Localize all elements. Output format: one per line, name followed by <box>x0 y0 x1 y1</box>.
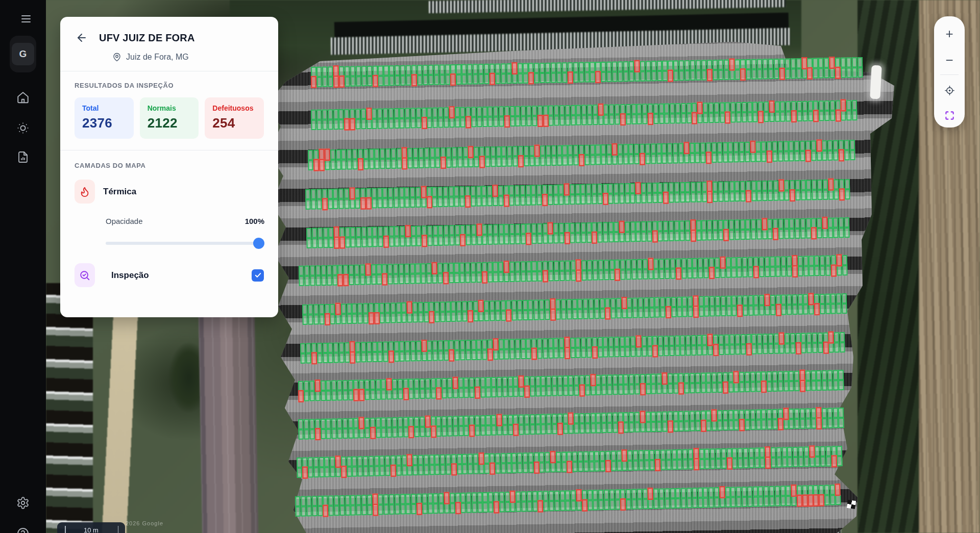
normal-module[interactable] <box>586 194 592 204</box>
normal-module[interactable] <box>701 70 706 80</box>
normal-module[interactable] <box>576 105 581 115</box>
defective-module[interactable] <box>775 304 781 316</box>
normal-module[interactable] <box>768 69 773 79</box>
normal-module[interactable] <box>495 453 500 463</box>
defective-module[interactable] <box>795 342 801 354</box>
normal-module[interactable] <box>852 110 857 120</box>
normal-module[interactable] <box>607 374 612 385</box>
defective-module[interactable] <box>719 486 725 498</box>
normal-module[interactable] <box>781 447 787 457</box>
normal-module[interactable] <box>603 222 608 232</box>
normal-module[interactable] <box>630 221 635 232</box>
normal-module[interactable] <box>394 351 399 362</box>
normal-module[interactable] <box>355 188 360 198</box>
normal-module[interactable] <box>433 503 438 514</box>
normal-module[interactable] <box>815 456 820 467</box>
normal-module[interactable] <box>730 102 736 112</box>
normal-module[interactable] <box>411 504 416 514</box>
normal-module[interactable] <box>383 494 388 504</box>
normal-module[interactable] <box>552 386 557 396</box>
normal-module[interactable] <box>739 382 744 392</box>
defective-module[interactable] <box>808 293 814 305</box>
normal-module[interactable] <box>414 427 420 437</box>
normal-module[interactable] <box>410 351 415 361</box>
normal-module[interactable] <box>701 383 706 393</box>
normal-module[interactable] <box>306 228 311 238</box>
normal-module[interactable] <box>587 500 593 510</box>
normal-module[interactable] <box>491 377 496 387</box>
defective-module[interactable] <box>504 115 510 128</box>
normal-module[interactable] <box>817 218 822 228</box>
normal-module[interactable] <box>607 423 612 433</box>
normal-module[interactable] <box>761 409 766 419</box>
normal-module[interactable] <box>332 428 337 439</box>
normal-module[interactable] <box>595 144 600 155</box>
normal-module[interactable] <box>458 377 463 388</box>
normal-module[interactable] <box>795 218 800 229</box>
normal-module[interactable] <box>323 353 328 363</box>
normal-module[interactable] <box>363 149 369 159</box>
defective-module[interactable] <box>528 72 534 84</box>
normal-module[interactable] <box>673 411 678 421</box>
normal-module[interactable] <box>785 68 790 79</box>
normal-module[interactable] <box>482 224 487 235</box>
normal-module[interactable] <box>728 382 733 392</box>
normal-module[interactable] <box>583 451 589 462</box>
normal-module[interactable] <box>372 109 377 119</box>
normal-module[interactable] <box>540 73 545 83</box>
normal-module[interactable] <box>387 274 393 284</box>
normal-module[interactable] <box>502 377 507 387</box>
normal-module[interactable] <box>829 485 835 495</box>
normal-module[interactable] <box>604 260 609 270</box>
normal-module[interactable] <box>537 271 543 282</box>
normal-module[interactable] <box>667 143 672 154</box>
normal-module[interactable] <box>747 102 752 112</box>
normal-module[interactable] <box>480 425 485 436</box>
normal-module[interactable] <box>499 106 504 116</box>
normal-module[interactable] <box>506 63 511 73</box>
normal-module[interactable] <box>499 349 504 360</box>
normal-module[interactable] <box>398 427 403 438</box>
normal-module[interactable] <box>776 447 781 458</box>
normal-module[interactable] <box>436 426 442 437</box>
normal-module[interactable] <box>364 379 370 390</box>
normal-module[interactable] <box>756 382 761 392</box>
normal-module[interactable] <box>521 106 526 116</box>
normal-module[interactable] <box>589 298 594 309</box>
normal-module[interactable] <box>738 458 743 468</box>
normal-module[interactable] <box>748 295 753 306</box>
normal-module[interactable] <box>501 146 506 157</box>
normal-module[interactable] <box>629 154 634 164</box>
normal-module[interactable] <box>535 386 541 396</box>
normal-module[interactable] <box>603 347 608 358</box>
normal-module[interactable] <box>308 160 313 170</box>
normal-module[interactable] <box>334 495 339 505</box>
normal-module[interactable] <box>533 299 538 310</box>
normal-module[interactable] <box>309 429 314 439</box>
normal-module[interactable] <box>801 180 806 190</box>
normal-module[interactable] <box>735 334 740 344</box>
normal-module[interactable] <box>614 193 619 204</box>
normal-module[interactable] <box>562 72 567 83</box>
defective-module[interactable] <box>694 458 699 470</box>
normal-module[interactable] <box>833 140 838 150</box>
normal-module[interactable] <box>702 231 707 241</box>
normal-module[interactable] <box>690 153 695 163</box>
normal-module[interactable] <box>837 456 842 466</box>
normal-module[interactable] <box>631 104 636 114</box>
locate-button[interactable] <box>934 77 965 104</box>
normal-module[interactable] <box>827 218 832 228</box>
normal-module[interactable] <box>444 340 449 350</box>
normal-module[interactable] <box>772 371 777 382</box>
normal-module[interactable] <box>551 145 556 156</box>
normal-module[interactable] <box>376 264 381 274</box>
normal-module[interactable] <box>487 196 492 206</box>
normal-module[interactable] <box>682 460 688 470</box>
normal-module[interactable] <box>783 419 789 429</box>
normal-module[interactable] <box>499 502 504 512</box>
defective-module[interactable] <box>590 374 596 386</box>
normal-module[interactable] <box>561 299 566 309</box>
normal-module[interactable] <box>432 350 437 361</box>
defective-module[interactable] <box>359 417 364 429</box>
normal-module[interactable] <box>476 196 481 207</box>
